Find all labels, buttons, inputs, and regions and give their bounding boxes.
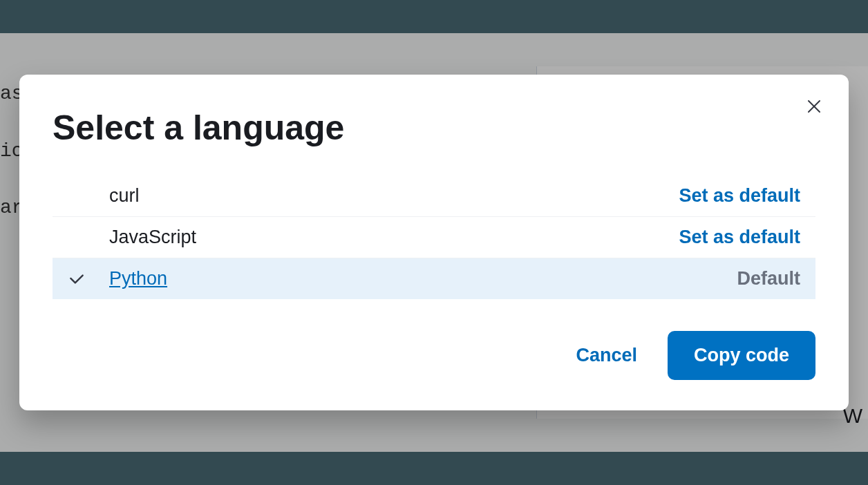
default-label: Default xyxy=(737,268,800,289)
language-list: curl Set as default JavaScript Set as de… xyxy=(53,175,815,299)
modal-footer: Cancel Copy code xyxy=(53,331,815,380)
check-icon xyxy=(68,270,86,288)
language-row-curl[interactable]: curl Set as default xyxy=(53,175,815,217)
language-row-python[interactable]: Python Default xyxy=(53,258,815,299)
set-default-button[interactable]: Set as default xyxy=(679,227,800,248)
select-language-modal: Select a language curl Set as default Ja… xyxy=(19,75,849,410)
language-name: JavaScript xyxy=(109,227,679,248)
close-icon xyxy=(806,98,822,115)
copy-code-button[interactable]: Copy code xyxy=(668,331,815,380)
check-wrap xyxy=(68,270,109,288)
modal-overlay: Select a language curl Set as default Ja… xyxy=(0,0,868,485)
set-default-button[interactable]: Set as default xyxy=(679,185,800,207)
language-name-link[interactable]: Python xyxy=(109,268,737,289)
modal-title: Select a language xyxy=(53,108,815,148)
language-name: curl xyxy=(109,185,679,207)
close-button[interactable] xyxy=(802,94,827,119)
cancel-button[interactable]: Cancel xyxy=(570,332,643,379)
language-row-javascript[interactable]: JavaScript Set as default xyxy=(53,217,815,258)
